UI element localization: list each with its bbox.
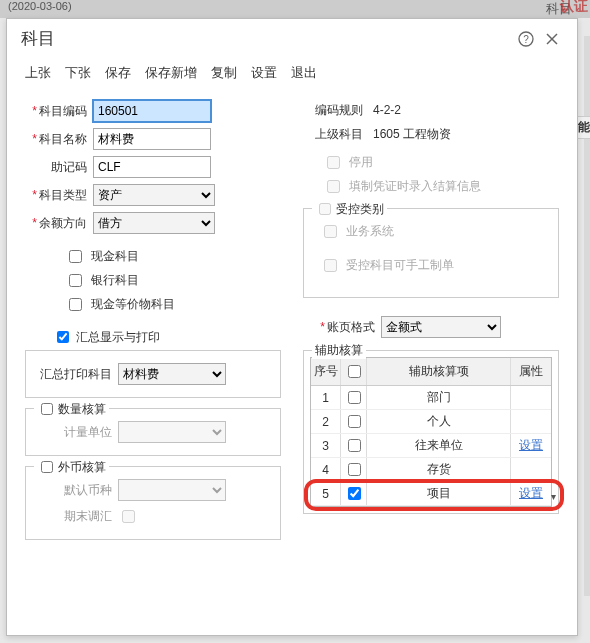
close-icon[interactable] [541,28,563,50]
format-label: 账页格式 [327,320,375,334]
name-label: 科目名称 [39,132,87,146]
ctrl-group-checkbox[interactable] [319,203,331,215]
voucher-lock-label: 填制凭证时录入结算信息 [349,178,481,195]
aux-head-attr: 属性 [511,358,551,385]
aux-row-link[interactable]: 设置 [519,437,543,454]
qty-group-checkbox[interactable] [41,403,53,415]
qty-group: 数量核算 计量单位 [25,408,281,456]
right-column: 编码规则 4-2-2 上级科目 1605 工程物资 停用 填制凭证时录入结算信息… [303,98,559,540]
aux-row[interactable]: 4存货 [311,458,551,482]
aux-row[interactable]: 3往来单位设置 [311,434,551,458]
ccy-adjust-checkbox[interactable] [122,510,135,523]
biz-checkbox[interactable] [324,225,337,238]
summary-sub-label: 汇总打印科目 [40,366,112,383]
menu-settings[interactable]: 设置 [251,64,277,82]
aux-row[interactable]: 5项目设置 [311,482,551,506]
aux-row-name: 项目 [367,482,511,505]
aux-row-name: 部门 [367,386,511,409]
row-dropdown-icon[interactable]: ▾ [551,491,556,502]
cash-equiv-label: 现金等价物科目 [91,296,175,313]
bank-label: 银行科目 [91,272,139,289]
menu-exit[interactable]: 退出 [291,64,317,82]
aux-row-idx: 4 [311,458,341,481]
rule-label: 编码规则 [303,102,363,119]
summary-group: 汇总打印科目 材料费 [25,350,281,398]
direction-label: 余额方向 [39,216,87,230]
menu-save-new[interactable]: 保存新增 [145,64,197,82]
disable-label: 停用 [349,154,373,171]
qty-unit-label: 计量单位 [40,424,112,441]
voucher-lock-checkbox[interactable] [327,180,340,193]
aux-row-name: 往来单位 [367,434,511,457]
menu-copy[interactable]: 复制 [211,64,237,82]
cash-label: 现金科目 [91,248,139,265]
summary-sub-select[interactable]: 材料费 [118,363,226,385]
aux-row-name: 存货 [367,458,511,481]
ccy-group-title: 外币核算 [58,459,106,476]
rule-value: 4-2-2 [373,103,401,117]
aux-group: 辅助核算 序号 辅助核算项 属性 1部门2个人3往来单位设置4存货5项目设置 ▾ [303,350,559,514]
type-select[interactable]: 资产 [93,184,215,206]
direction-select[interactable]: 借方 [93,212,215,234]
summary-print-checkbox[interactable] [57,331,69,343]
account-dialog: 科目 ? 上张 下张 保存 保存新增 复制 设置 退出 *科目编码 *科目名称 [6,18,578,636]
dialog-title: 科目 [21,27,511,50]
aux-row-name: 个人 [367,410,511,433]
mnemonic-label: 助记码 [51,160,87,174]
dialog-header: 科目 ? [7,19,577,60]
ccy-default-select[interactable] [118,479,226,501]
background-date: (2020-03-06) [0,0,590,18]
help-icon[interactable]: ? [515,28,537,50]
ctrl-group-title: 受控类别 [336,201,384,218]
aux-table: 序号 辅助核算项 属性 1部门2个人3往来单位设置4存货5项目设置 [310,357,552,507]
watermark: 认证 [560,0,588,16]
cash-equiv-checkbox[interactable] [69,298,82,311]
manual-label: 受控科目可手工制单 [346,257,454,274]
ccy-group-checkbox[interactable] [41,461,53,473]
ctrl-group: 受控类别 业务系统 受控科目可手工制单 [303,208,559,298]
aux-row-idx: 2 [311,410,341,433]
bank-checkbox[interactable] [69,274,82,287]
parent-value: 1605 工程物资 [373,126,451,143]
menu-prev[interactable]: 上张 [25,64,51,82]
manual-checkbox[interactable] [324,259,337,272]
aux-row-checkbox[interactable] [348,415,361,428]
aux-row-checkbox[interactable] [348,487,361,500]
menu-next[interactable]: 下张 [65,64,91,82]
ccy-default-label: 默认币种 [40,482,112,499]
disable-checkbox[interactable] [327,156,340,169]
aux-row-checkbox[interactable] [348,391,361,404]
menu-save[interactable]: 保存 [105,64,131,82]
aux-row-link[interactable]: 设置 [519,485,543,502]
aux-row-checkbox[interactable] [348,463,361,476]
aux-row[interactable]: 1部门 [311,386,551,410]
aux-group-title: 辅助核算 [315,342,363,359]
cash-checkbox[interactable] [69,250,82,263]
aux-row-idx: 1 [311,386,341,409]
code-input[interactable] [93,100,211,122]
type-label: 科目类型 [39,188,87,202]
aux-head-check-all[interactable] [348,365,361,378]
aux-row[interactable]: 2个人 [311,410,551,434]
ccy-adjust-label: 期末调汇 [40,508,112,525]
qty-unit-select[interactable] [118,421,226,443]
name-input[interactable] [93,128,211,150]
code-label: 科目编码 [39,104,87,118]
mnemonic-input[interactable] [93,156,211,178]
ccy-group: 外币核算 默认币种 期末调汇 [25,466,281,540]
format-select[interactable]: 金额式 [381,316,501,338]
aux-row-idx: 3 [311,434,341,457]
parent-label: 上级科目 [303,126,363,143]
menu-bar: 上张 下张 保存 保存新增 复制 设置 退出 [7,60,577,92]
left-column: *科目编码 *科目名称 助记码 *科目类型 资产 *余额方向 借方 [25,98,281,540]
svg-text:?: ? [523,34,529,45]
aux-head-name: 辅助核算项 [367,358,511,385]
aux-row-idx: 5 [311,482,341,505]
biz-label: 业务系统 [346,223,394,240]
aux-row-checkbox[interactable] [348,439,361,452]
qty-group-title: 数量核算 [58,401,106,418]
aux-head-idx: 序号 [311,358,341,385]
summary-print-label: 汇总显示与打印 [76,329,160,346]
